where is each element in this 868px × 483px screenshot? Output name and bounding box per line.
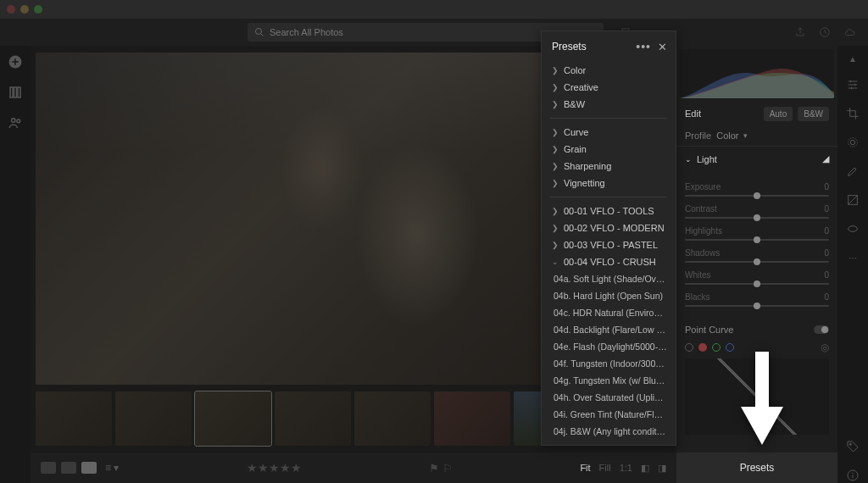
zoom-window-icon[interactable] xyxy=(34,5,42,14)
svg-point-9 xyxy=(850,140,854,144)
preset-group[interactable]: ❯Grain xyxy=(542,141,676,158)
rating-stars[interactable]: ★★★★★ xyxy=(247,461,302,475)
blacks-label: Blacks xyxy=(685,292,709,302)
thumbnail[interactable] xyxy=(36,391,112,446)
highlights-slider[interactable]: Highlights0 xyxy=(685,226,829,241)
search-icon xyxy=(254,27,264,37)
cloud-icon[interactable] xyxy=(840,23,858,42)
brush-icon[interactable] xyxy=(845,164,860,179)
profile-selector[interactable]: Color xyxy=(716,130,738,141)
shadows-label: Shadows xyxy=(685,248,720,258)
edit-sliders-icon[interactable] xyxy=(845,77,860,92)
tone-curve-icon[interactable]: ◢ xyxy=(822,153,829,164)
tone-curve-editor[interactable] xyxy=(685,358,829,435)
svg-line-12 xyxy=(849,196,858,205)
crop-icon[interactable] xyxy=(845,106,860,121)
thumbnail[interactable] xyxy=(434,391,510,446)
exposure-slider[interactable]: Exposure0 xyxy=(685,182,829,197)
close-window-icon[interactable] xyxy=(7,5,15,14)
blacks-slider[interactable]: Blacks0 xyxy=(685,292,829,307)
preset-group-label: Creative xyxy=(564,82,598,92)
preset-group-label: Curve xyxy=(564,127,588,137)
preset-item[interactable]: 04i. Green Tint (Nature/Fluorescent… xyxy=(542,406,676,423)
grid-view-icon[interactable] xyxy=(41,462,56,474)
preset-item[interactable]: 04a. Soft Light (Shade/Overcast) xyxy=(542,270,676,287)
presets-button[interactable]: Presets xyxy=(676,452,837,483)
preset-group[interactable]: ❯Curve xyxy=(542,124,676,141)
compare-icon[interactable]: ◧ xyxy=(641,463,649,474)
light-accordion[interactable]: ⌄ Light ◢ xyxy=(685,153,829,164)
preset-group[interactable]: ❯Color xyxy=(542,62,676,79)
top-toolbar xyxy=(0,19,868,46)
sort-menu[interactable]: ≡ ▾ xyxy=(105,462,119,474)
preset-group[interactable]: ❯Sharpening xyxy=(542,158,676,175)
thumbnail[interactable] xyxy=(275,391,351,446)
shadows-slider[interactable]: Shadows0 xyxy=(685,248,829,263)
fit-button[interactable]: Fit xyxy=(580,463,590,473)
auto-button[interactable]: Auto xyxy=(764,107,793,121)
ratio-button[interactable]: 1:1 xyxy=(620,463,632,473)
expand-panel-icon[interactable]: ▲ xyxy=(849,54,857,64)
activity-icon[interactable] xyxy=(816,23,834,42)
fill-button[interactable]: Fill xyxy=(599,463,611,473)
preset-item[interactable]: 04h. Over Saturated (Uplight/Danci… xyxy=(542,389,676,406)
detail-view-icon[interactable] xyxy=(81,462,97,474)
preset-group-label: Grain xyxy=(564,144,587,154)
svg-rect-4 xyxy=(10,87,13,97)
curve-target-icon[interactable]: ◎ xyxy=(821,341,829,353)
preset-group[interactable]: ❯00-01 VFLO - TOOLS xyxy=(542,203,676,219)
whites-slider[interactable]: Whites0 xyxy=(685,270,829,285)
preset-group-label: B&W xyxy=(564,99,585,109)
preset-group[interactable]: ❯00-02 VFLO - MODERN xyxy=(542,219,676,236)
preset-item[interactable]: 04f. Tungsten (Indoor/3000-4000K) xyxy=(542,355,676,372)
svg-point-10 xyxy=(849,138,858,147)
share-icon[interactable] xyxy=(792,23,810,42)
info-icon[interactable] xyxy=(845,468,860,483)
tag-icon[interactable] xyxy=(845,439,860,454)
preset-item[interactable]: 04e. Flash (Daylight/5000-6000K) xyxy=(542,338,676,355)
curve-channel-green-icon[interactable] xyxy=(712,343,721,352)
square-grid-icon[interactable] xyxy=(61,462,76,474)
preset-item[interactable]: 04d. Backlight (Flare/Low Contrast) xyxy=(542,321,676,338)
preset-item[interactable]: 04c. HDR Natural (Environmental) xyxy=(542,304,676,321)
add-icon[interactable] xyxy=(8,54,23,69)
highlights-label: Highlights xyxy=(685,226,722,236)
radial-gradient-icon[interactable] xyxy=(845,221,860,236)
more-icon[interactable]: ··· xyxy=(845,250,860,265)
thumbnail[interactable] xyxy=(195,391,271,446)
preset-item[interactable]: 04j. B&W (Any light condition) xyxy=(542,423,676,440)
people-icon[interactable] xyxy=(8,115,23,130)
before-after-icon[interactable]: ◨ xyxy=(658,463,666,474)
histogram[interactable] xyxy=(680,49,834,98)
preset-item[interactable]: 04g. Tungsten Mix (w/ Blue Daylight) xyxy=(542,372,676,389)
curve-channel-red-icon[interactable] xyxy=(698,343,707,352)
flag-controls[interactable]: ⚑ ⚐ xyxy=(429,462,453,475)
point-curve-toggle[interactable] xyxy=(814,325,829,334)
presets-more-icon[interactable]: ••• xyxy=(636,40,651,53)
presets-panel: Presets ••• ✕ ❯Color❯Creative❯B&W❯Curve❯… xyxy=(541,31,676,446)
preset-group-label: Color xyxy=(564,65,586,75)
preset-group[interactable]: ❯Creative xyxy=(542,79,676,96)
svg-rect-5 xyxy=(14,87,17,97)
presets-panel-title: Presets xyxy=(552,41,636,53)
healing-icon[interactable] xyxy=(845,135,860,150)
minimize-window-icon[interactable] xyxy=(20,5,29,14)
linear-gradient-icon[interactable] xyxy=(845,192,860,208)
svg-point-17 xyxy=(853,473,854,474)
thumbnail[interactable] xyxy=(354,391,431,446)
library-icon[interactable] xyxy=(8,85,23,100)
svg-point-13 xyxy=(849,226,858,232)
bottom-toolbar: ≡ ▾ ★★★★★ ⚑ ⚐ Fit Fill 1:1 ◧ ◨ xyxy=(31,452,676,483)
preset-group[interactable]: ❯Vignetting xyxy=(542,175,676,192)
close-icon[interactable]: ✕ xyxy=(658,41,667,53)
preset-group[interactable]: ❯00-03 VFLO - PASTEL xyxy=(542,236,676,253)
preset-item[interactable]: 04b. Hard Light (Open Sun) xyxy=(542,287,676,304)
preset-group[interactable]: ❯B&W xyxy=(542,96,676,113)
curve-channel-all-icon[interactable] xyxy=(685,343,693,352)
preset-group[interactable]: ⌄00-04 VFLO - CRUSH xyxy=(542,253,676,270)
bw-button[interactable]: B&W xyxy=(798,107,829,121)
contrast-slider[interactable]: Contrast0 xyxy=(685,204,829,219)
thumbnail[interactable] xyxy=(115,391,192,446)
chevron-down-icon[interactable]: ▾ xyxy=(743,131,748,140)
curve-channel-blue-icon[interactable] xyxy=(726,343,734,352)
